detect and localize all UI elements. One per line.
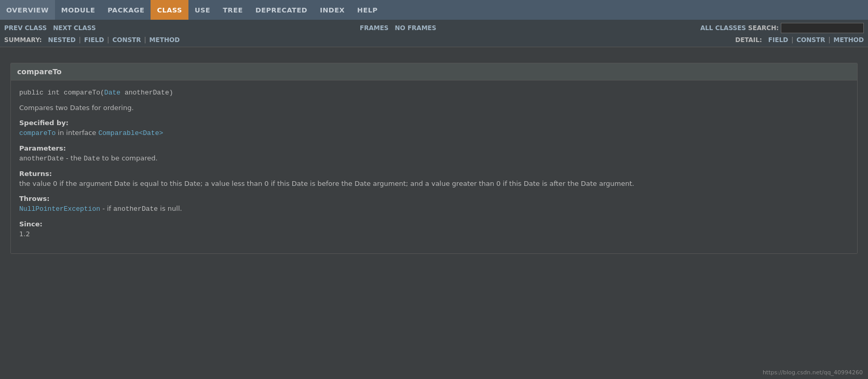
since-content: 1.2 [19,230,849,238]
all-classes-link[interactable]: ALL CLASSES [700,24,746,32]
search-input[interactable] [781,23,864,33]
nav-item-class[interactable]: CLASS [151,0,188,20]
nav-item-index[interactable]: INDEX [314,0,351,20]
summary-field-link[interactable]: FIELD [84,36,104,44]
method-signature: public int compareTo(Date anotherDate) [19,89,849,97]
method-description: Compares two Dates for ordering. [19,104,849,112]
returns-content: the value 0 if the argument Date is equa… [19,180,849,187]
top-navigation: OVERVIEWMODULEPACKAGECLASSUSETREEDEPRECA… [0,0,868,20]
secondary-nav-row1: PREV CLASS NEXT CLASS FRAMES NO FRAMES A… [4,22,864,34]
method-block: compareTo public int compareTo(Date anot… [10,63,858,254]
nav-item-overview[interactable]: OVERVIEW [0,0,55,20]
throws-desc: - if [100,205,113,212]
detail-method-link[interactable]: METHOD [833,36,864,44]
detail-constr-link[interactable]: CONSTR [796,36,825,44]
throws-link[interactable]: NullPointerException [19,205,100,213]
nav-item-module[interactable]: MODULE [55,0,102,20]
param-desc-pre: - the [64,154,84,162]
no-frames-link[interactable]: NO FRAMES [395,24,437,32]
specified-by-text: in interface [56,129,98,137]
signature-param-type[interactable]: Date [104,89,120,97]
summary-method-link[interactable]: METHOD [150,36,180,44]
secondary-nav-row2: SUMMARY: NESTED | FIELD | CONSTR | METHO… [4,35,864,45]
search-area: SEARCH: [748,23,864,33]
throws-param: anotherDate [113,205,158,213]
secondary-navigation: PREV CLASS NEXT CLASS FRAMES NO FRAMES A… [0,20,868,47]
specified-by-interface[interactable]: Comparable<Date> [98,129,163,137]
main-content: compareTo public int compareTo(Date anot… [0,47,868,264]
signature-method-name: compareTo [64,89,100,97]
detail-label: DETAIL: [735,36,762,44]
frames-link[interactable]: FRAMES [360,24,389,32]
param-type: Date [84,155,100,163]
method-body: public int compareTo(Date anotherDate) C… [11,80,857,253]
nav-item-use[interactable]: USE [188,0,216,20]
prev-class-link[interactable]: PREV CLASS [4,24,47,32]
signature-keywords: public int [19,89,64,97]
next-class-link[interactable]: NEXT CLASS [53,24,96,32]
throws-content: NullPointerException - if anotherDate is… [19,205,849,213]
nav-item-help[interactable]: HELP [351,0,384,20]
throws-desc-end: is null. [158,205,182,212]
method-name: compareTo [17,67,62,76]
nav-item-package[interactable]: PACKAGE [101,0,151,20]
summary-label: SUMMARY: [4,36,42,44]
specified-by-link[interactable]: compareTo [19,129,56,137]
nav-item-deprecated[interactable]: DEPRECATED [249,0,314,20]
throws-label: Throws: [19,195,849,202]
parameters-label: Parameters: [19,144,849,152]
summary-nested-link[interactable]: NESTED [48,36,76,44]
specified-by-label: Specified by: [19,119,849,127]
search-label: SEARCH: [748,24,779,32]
signature-param-name: anotherDate [120,89,169,97]
returns-label: Returns: [19,170,849,178]
specified-by-content: compareTo in interface Comparable<Date> [19,129,849,137]
detail-field-link[interactable]: FIELD [768,36,788,44]
nav-item-tree[interactable]: TREE [216,0,249,20]
parameters-content: anotherDate - the Date to be compared. [19,154,849,163]
since-label: Since: [19,220,849,228]
method-header: compareTo [11,63,857,80]
summary-constr-link[interactable]: CONSTR [112,36,141,44]
param-name: anotherDate [19,155,64,163]
param-desc-end: to be compared. [100,154,157,162]
